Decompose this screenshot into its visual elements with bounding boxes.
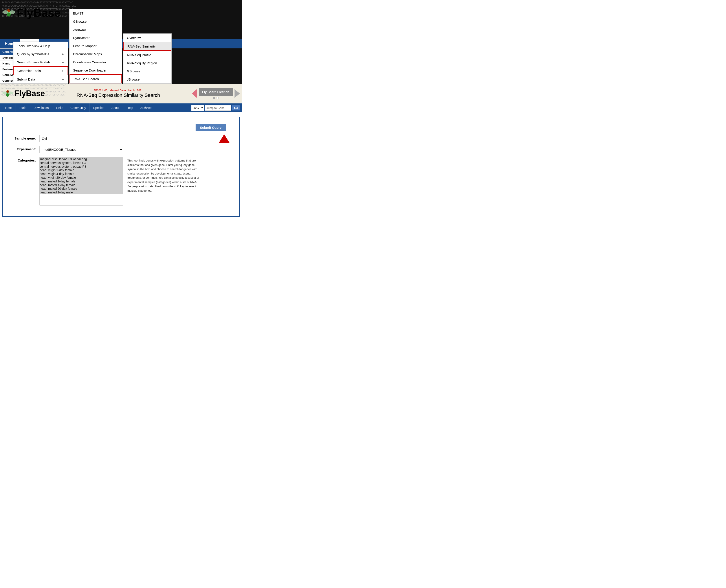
nav2-species[interactable]: Species — [90, 103, 108, 112]
genomics-coordinates-converter[interactable]: Coordinates Converter — [69, 58, 122, 66]
top-section: TCGGCAATCCGTAAGATAGCCAAATATTATTATTTGTTCA… — [0, 0, 242, 84]
second-nav: Home Tools Downloads Links Community Spe… — [0, 103, 242, 112]
release-text: FB2021_06, released December 14, 2021 — [45, 89, 192, 92]
sample-gene-input[interactable] — [39, 135, 123, 142]
tools-dropdown: Tools Overview & Help Query by symbols/I… — [13, 42, 68, 84]
rnaseq-by-region[interactable]: RNA-Seq By Region — [123, 59, 171, 67]
dropdown-search-browse[interactable]: Search/Browse Portals ► — [14, 58, 68, 66]
svg-point-10 — [7, 91, 7, 91]
categories-and-desc: imaginal disc, larvae L3 wandering centr… — [39, 157, 202, 206]
nav2-home[interactable]: Home — [0, 103, 15, 112]
second-header: GTCGGCAATCCGTAAGATAGCCAAATATTATTATTGTTCA… — [0, 84, 242, 103]
rnaseq-overview[interactable]: Overview — [123, 34, 171, 42]
form-area: Submit Query Sample gene: Experiment: mo… — [3, 122, 239, 212]
sample-gene-row: Sample gene: — [9, 135, 233, 142]
svg-point-11 — [8, 91, 8, 91]
flybase-logo-second: FlyBase — [2, 89, 45, 98]
j2g-select[interactable]: J2G — [191, 105, 204, 111]
genomics-chromosome-maps[interactable]: Chromosome Maps — [69, 50, 122, 58]
genomics-cytosearch[interactable]: CytoSearch — [69, 34, 122, 42]
cat-cns-larvae[interactable]: central nervous system, larvae L3 — [40, 161, 123, 165]
banner-dots — [213, 97, 219, 99]
jump-to-gene-input[interactable] — [205, 105, 231, 111]
genomics-sequence-downloader[interactable]: Sequence Downloader — [69, 66, 122, 75]
rnaseq-similarity[interactable]: RNA-Seq Similarity — [123, 42, 171, 51]
nav2-help[interactable]: Help — [123, 103, 137, 112]
dot-1[interactable] — [213, 97, 215, 99]
nav2-community[interactable]: Community — [67, 103, 90, 112]
experiment-label: Experiment: — [9, 146, 36, 151]
cat-imaginal-disc[interactable]: imaginal disc, larvae L3 wandering — [40, 158, 123, 161]
main-content: Submit Query Sample gene: Experiment: mo… — [2, 117, 240, 217]
description-text: This tool finds genes with expression pa… — [127, 157, 202, 193]
svg-point-9 — [6, 90, 9, 93]
genomics-jbrowse[interactable]: JBrowse — [69, 25, 122, 34]
flybase-fly-icon-top — [2, 7, 15, 18]
cat-head-v20f[interactable]: head, virgin 20-day female — [40, 176, 123, 180]
submit-query-button[interactable]: Submit Query — [196, 124, 226, 131]
red-arrow-indicator — [218, 133, 231, 145]
flybase-logo-top: FlyBase — [2, 6, 61, 19]
right-banner: Fly Board Election — [192, 88, 240, 99]
nav2-downloads[interactable]: Downloads — [30, 103, 52, 112]
election-button[interactable]: Fly Board Election — [199, 88, 233, 96]
arrow-right-icon3: ► — [61, 69, 64, 72]
categories-list[interactable]: imaginal disc, larvae L3 wandering centr… — [39, 157, 123, 206]
submit-row: Submit Query — [9, 124, 233, 131]
experiment-select[interactable]: modENCODE_Tissues modENCODE_Development … — [39, 146, 123, 153]
svg-point-4 — [8, 9, 8, 10]
categories-row: Categories: imaginal disc, larvae L3 wan… — [9, 157, 233, 206]
rnaseq-submenu: Overview RNA-Seq Similarity RNA-Seq Prof… — [123, 34, 172, 84]
center-info: FB2021_06, released December 14, 2021 RN… — [45, 89, 192, 98]
genomics-rnaseq-search[interactable]: RNA-Seq Search — [69, 75, 122, 83]
arrow-right-icon2: ► — [62, 61, 64, 64]
banner-right-arrow[interactable] — [235, 89, 240, 98]
dropdown-submit-data[interactable]: Submit Data ► — [14, 75, 68, 83]
red-arrow-svg — [218, 133, 231, 144]
page-title: RNA-Seq Expression Similarity Search — [45, 92, 192, 98]
cat-head-v1f[interactable]: head, virgin 1-day female — [40, 168, 123, 172]
categories-label: Categories: — [9, 157, 36, 162]
dropdown-query-symbols[interactable]: Query by symbols/IDs ► — [14, 50, 68, 58]
election-block: Fly Board Election — [199, 88, 233, 99]
cat-cns-pupae[interactable]: central nervous system, pupae P8 — [40, 165, 123, 169]
cat-head-m1f[interactable]: head, mated 1-day female — [40, 180, 123, 183]
sample-gene-label: Sample gene: — [9, 135, 36, 140]
jump-section: J2G Go — [190, 103, 242, 112]
genomics-gbrowse[interactable]: GBrowse — [69, 17, 122, 25]
nav2-links[interactable]: Links — [52, 103, 67, 112]
svg-point-5 — [9, 9, 10, 10]
nav2-archives[interactable]: Archives — [137, 103, 156, 112]
nav2-about[interactable]: About — [108, 103, 123, 112]
svg-point-3 — [7, 9, 10, 12]
dropdown-tools-overview[interactable]: Tools Overview & Help — [14, 42, 68, 50]
cat-head-v4f[interactable]: head, virgin 4-day female — [40, 172, 123, 176]
arrow-right-icon4: ► — [62, 78, 64, 81]
cat-head-m4f[interactable]: head, mated 4-day female — [40, 183, 123, 187]
svg-marker-12 — [219, 134, 230, 143]
cat-head-m1m[interactable]: head, mated 1-day male — [40, 191, 123, 194]
banner-left-arrow[interactable] — [192, 89, 197, 98]
go-button[interactable]: Go — [232, 105, 240, 110]
flybase-fly-icon-second — [2, 89, 13, 98]
dropdown-genomics-tools[interactable]: Genomics Tools ► — [14, 66, 68, 75]
nav2-tools[interactable]: Tools — [15, 103, 30, 112]
genomics-feature-mapper[interactable]: Feature Mapper — [69, 42, 122, 50]
genomics-blast[interactable]: BLAST — [69, 9, 122, 17]
cat-head-m20f[interactable]: head, mated 20-day female — [40, 187, 123, 191]
flybase-title-top: FlyBase — [17, 6, 61, 19]
flybase-title-second: FlyBase — [15, 89, 45, 98]
rnaseq-profile[interactable]: RNA-Seq Profile — [123, 51, 171, 59]
genomics-submenu: BLAST GBrowse JBrowse CytoSearch Feature… — [69, 9, 122, 84]
experiment-row: Experiment: modENCODE_Tissues modENCODE_… — [9, 146, 233, 153]
rnaseq-jbrowse[interactable]: JBrowse — [123, 75, 171, 83]
arrow-right-icon: ► — [62, 52, 64, 56]
dot-2[interactable] — [216, 97, 219, 99]
rnaseq-gbrowse[interactable]: GBrowse — [123, 67, 171, 75]
